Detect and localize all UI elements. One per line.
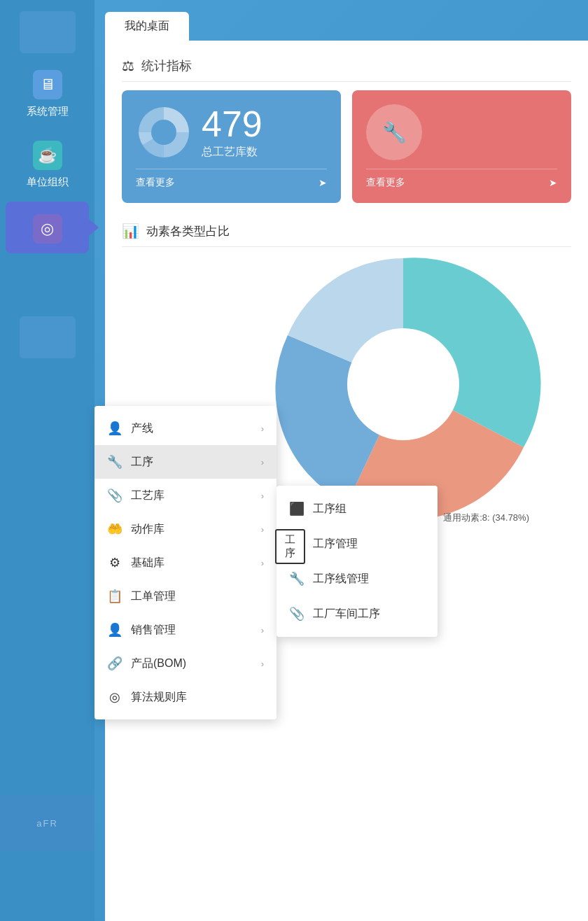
menu-item-left-work-order: 📋 工单管理 (107, 589, 176, 604)
afr-placeholder: aFR (0, 795, 94, 851)
algorithm-lib-icon: ◎ (107, 689, 122, 705)
menu-item-basic-lib[interactable]: ⚙ 基础库 › (94, 546, 276, 579)
tab-bar: 我的桌面 (105, 0, 588, 41)
sidebar-item-label-unit: 单位组织 (27, 176, 69, 189)
stat-card-processes: 479 总工艺库数 查看更多 ➤ (122, 90, 341, 203)
submenu-item-process-line-mgmt[interactable]: 🔧 工序线管理 (276, 561, 438, 596)
submenu-item-factory-workshop[interactable]: 📎 工厂车间工序 (276, 596, 438, 631)
process-art-arrow: › (261, 491, 264, 501)
stat-card-footer-red[interactable]: 查看更多 ➤ (366, 169, 557, 189)
process-label: 工序 (131, 455, 153, 470)
sidebar-item-unit-org[interactable]: ☕ 单位组织 (0, 128, 94, 199)
see-more-text-red: 查看更多 (366, 176, 405, 189)
svg-point-2 (347, 328, 459, 440)
product-bom-icon: 🔗 (107, 656, 122, 671)
stat-card-content: 479 总工艺库数 (136, 104, 327, 160)
process-line-mgmt-label: 工序线管理 (313, 572, 369, 586)
sidebar-item-label-system: 系统管理 (27, 105, 69, 118)
menu-item-sales-mgmt[interactable]: 👤 销售管理 › (94, 613, 276, 647)
product-bom-label: 产品(BOM) (131, 656, 186, 671)
process-line-mgmt-icon: 🔧 (289, 571, 304, 586)
stat-cards-container: 479 总工艺库数 查看更多 ➤ 🔧 查看更多 ➤ (122, 90, 571, 203)
chart-label-text: 通用动素:8: (34.78%) (443, 512, 529, 524)
sidebar-item-system-mgmt[interactable]: 🖥 系统管理 (0, 57, 94, 128)
action-lib-label: 动作库 (131, 522, 164, 537)
sales-mgmt-icon: 👤 (107, 622, 122, 638)
menu-item-left-algorithm-lib: ◎ 算法规则库 (107, 689, 187, 705)
menu-item-left-action-lib: 🤲 动作库 (107, 521, 164, 537)
system-mgmt-icon: 🖥 (33, 70, 62, 99)
donut-chart (263, 244, 543, 524)
process-arrow: › (261, 457, 264, 467)
action-lib-arrow: › (261, 524, 264, 535)
stat-card-footer-blue[interactable]: 查看更多 ➤ (136, 169, 327, 189)
stats-title: 统计指标 (141, 57, 192, 74)
submenu-item-process-group[interactable]: ⬛ 工序组 (276, 491, 438, 526)
stat-number: 479 (202, 106, 262, 142)
menu-item-product-bom[interactable]: 🔗 产品(BOM) › (94, 647, 276, 680)
menu-item-action-lib[interactable]: 🤲 动作库 › (94, 512, 276, 546)
red-card-icon: 🔧 (366, 104, 422, 160)
stat-number-area: 479 总工艺库数 (202, 106, 262, 160)
menu-item-algorithm-lib[interactable]: ◎ 算法规则库 (94, 680, 276, 714)
menu-item-left-sales-mgmt: 👤 销售管理 (107, 622, 176, 638)
sidebar-placeholder-bottom (20, 316, 76, 358)
see-more-arrow-red: ➤ (549, 177, 557, 188)
product-line-label: 产线 (131, 421, 153, 436)
process-group-label: 工序组 (313, 502, 346, 516)
sales-mgmt-arrow: › (261, 625, 264, 635)
tab-my-desktop[interactable]: 我的桌面 (105, 12, 189, 41)
tooltip-process: 工序 (275, 529, 305, 564)
basic-lib-label: 基础库 (131, 556, 164, 570)
primary-menu: 👤 产线 › 🔧 工序 › 工序 ⬛ 工序组 📄 工 (94, 406, 276, 719)
sidebar-item-active[interactable]: ◎ (6, 202, 89, 253)
basic-lib-arrow: › (261, 558, 264, 568)
sidebar-placeholder-top (20, 11, 76, 53)
menu-item-product-line[interactable]: 👤 产线 › (94, 412, 276, 445)
see-more-text: 查看更多 (136, 176, 175, 189)
menu-item-process[interactable]: 🔧 工序 › 工序 ⬛ 工序组 📄 工序管理 🔧 工序线管理 (94, 445, 276, 479)
stats-icon: ⚖ (122, 57, 134, 74)
product-line-icon: 👤 (107, 421, 122, 436)
pie-chart-icon (136, 104, 192, 160)
action-lib-icon: 🤲 (107, 521, 122, 537)
menu-item-work-order[interactable]: 📋 工单管理 (94, 579, 276, 613)
stat-label: 总工艺库数 (202, 145, 262, 160)
work-order-label: 工单管理 (131, 589, 176, 604)
factory-workshop-label: 工厂车间工序 (313, 607, 380, 621)
sidebar: 🖥 系统管理 ☕ 单位组织 ◎ aFR (0, 0, 94, 921)
unit-org-icon: ☕ (33, 141, 62, 170)
menu-item-left-basic-lib: ⚙ 基础库 (107, 555, 164, 570)
product-line-arrow: › (261, 423, 264, 434)
menu-item-left-product-bom: 🔗 产品(BOM) (107, 656, 186, 671)
menu-item-process-art[interactable]: 📎 工艺库 › (94, 479, 276, 512)
process-mgmt-label: 工序管理 (313, 537, 358, 551)
svg-point-1 (151, 120, 176, 145)
work-order-icon: 📋 (107, 589, 122, 604)
active-icon: ◎ (33, 214, 62, 244)
sales-mgmt-label: 销售管理 (131, 623, 176, 638)
stat-card-red-content: 🔧 (366, 104, 557, 160)
afr-text: aFR (36, 818, 58, 829)
process-group-icon: ⬛ (289, 501, 304, 516)
menu-item-left-process-art: 📎 工艺库 (107, 488, 164, 503)
stats-header: ⚖ 统计指标 (122, 57, 571, 82)
chart-icon: 📊 (122, 223, 139, 239)
menu-item-left-product-line: 👤 产线 (107, 421, 153, 436)
basic-lib-icon: ⚙ (107, 555, 122, 570)
chart-title: 动素各类型占比 (146, 223, 230, 239)
process-art-icon: 📎 (107, 488, 122, 503)
product-bom-arrow: › (261, 659, 264, 669)
context-menu-overlay: 👤 产线 › 🔧 工序 › 工序 ⬛ 工序组 📄 工 (94, 406, 276, 719)
process-art-label: 工艺库 (131, 488, 164, 503)
menu-item-left-process: 🔧 工序 (107, 454, 153, 470)
process-icon: 🔧 (107, 454, 122, 470)
factory-workshop-icon: 📎 (289, 606, 304, 621)
see-more-arrow: ➤ (318, 177, 327, 188)
sidebar-active-arrow (89, 219, 99, 236)
algorithm-lib-label: 算法规则库 (131, 690, 187, 705)
chart-header: 📊 动素各类型占比 (122, 223, 571, 247)
stat-card-second: 🔧 查看更多 ➤ (352, 90, 571, 203)
